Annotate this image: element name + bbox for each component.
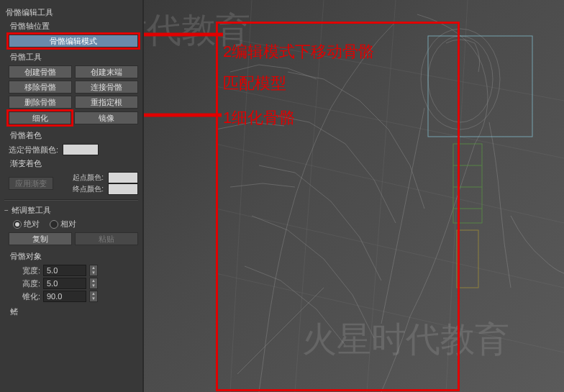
apply-gradient-button[interactable]: 应用渐变 xyxy=(9,177,53,190)
selected-color-label: 选定骨骼颜色: xyxy=(9,145,58,155)
wireframe-mesh xyxy=(144,0,564,392)
create-bone-button[interactable]: 创建骨骼 xyxy=(9,65,72,78)
svg-line-10 xyxy=(446,0,468,392)
paste-button[interactable]: 粘贴 xyxy=(75,232,138,245)
viewport-3d[interactable] xyxy=(144,0,564,392)
taper-label: 锥化: xyxy=(9,291,40,302)
end-color-label: 终点颜色: xyxy=(58,184,104,194)
start-color-swatch[interactable] xyxy=(108,172,138,183)
panel-title: 骨骼编辑工具 xyxy=(6,7,138,18)
width-spinner[interactable]: ▲▼ xyxy=(89,265,98,276)
bone-object-label: 骨骼对象 xyxy=(10,251,138,262)
taper-spinner[interactable]: ▲▼ xyxy=(89,291,98,302)
end-color-swatch[interactable] xyxy=(108,183,138,195)
tools-label: 骨骼工具 xyxy=(10,52,138,63)
svg-point-1 xyxy=(428,36,493,122)
pivot-label: 骨骼轴位置 xyxy=(10,21,138,32)
fin-tools-title: 鳍调整工具 xyxy=(12,205,51,216)
bone-edit-mode-button[interactable]: 骨骼编辑模式 xyxy=(9,35,138,47)
fins-label: 鳍 xyxy=(10,306,138,317)
svg-line-8 xyxy=(295,0,324,392)
width-input[interactable]: 5.0 xyxy=(43,265,86,276)
svg-line-4 xyxy=(216,144,564,223)
create-end-button[interactable]: 创建末端 xyxy=(75,65,138,78)
svg-rect-11 xyxy=(453,144,482,223)
remove-bone-button[interactable]: 移除骨骼 xyxy=(9,81,72,94)
bone-tools-panel: 骨骼编辑工具 骨骼轴位置 骨骼编辑模式 骨骼工具 创建骨骼 创建末端 移除骨骼 … xyxy=(0,0,144,392)
connect-bone-button[interactable]: 连接骨骼 xyxy=(75,81,138,94)
height-input[interactable]: 5.0 xyxy=(43,278,86,289)
svg-line-6 xyxy=(216,273,564,352)
selected-color-swatch[interactable] xyxy=(63,144,99,155)
copy-button[interactable]: 复制 xyxy=(9,232,72,245)
relative-label: 相对 xyxy=(60,219,76,229)
gradient-label: 渐变着色 xyxy=(10,158,138,169)
coloring-label: 骨骼着色 xyxy=(10,130,138,141)
fin-tools-header[interactable]: − 鳍调整工具 xyxy=(4,205,138,216)
svg-rect-16 xyxy=(428,36,532,137)
height-label: 高度: xyxy=(9,278,40,289)
svg-line-2 xyxy=(216,36,564,101)
delete-bone-button[interactable]: 删除骨骼 xyxy=(9,96,72,109)
svg-line-5 xyxy=(216,209,564,288)
taper-input[interactable]: 90.0 xyxy=(43,291,86,302)
height-spinner[interactable]: ▲▼ xyxy=(89,278,98,289)
start-color-label: 起点颜色: xyxy=(58,173,104,183)
refine-button[interactable]: 细化 xyxy=(9,111,71,124)
svg-line-7 xyxy=(230,0,252,392)
svg-line-9 xyxy=(367,0,396,392)
svg-line-3 xyxy=(216,86,564,158)
svg-rect-15 xyxy=(457,230,478,288)
width-label: 宽度: xyxy=(9,265,40,276)
mirror-button[interactable]: 镜像 xyxy=(74,111,138,124)
absolute-label: 绝对 xyxy=(24,219,40,229)
svg-point-0 xyxy=(421,29,500,129)
collapse-icon: − xyxy=(4,206,9,214)
reassign-root-button[interactable]: 重指定根 xyxy=(75,96,138,109)
relative-radio[interactable]: 相对 xyxy=(50,219,76,229)
absolute-radio[interactable]: 绝对 xyxy=(13,219,40,229)
